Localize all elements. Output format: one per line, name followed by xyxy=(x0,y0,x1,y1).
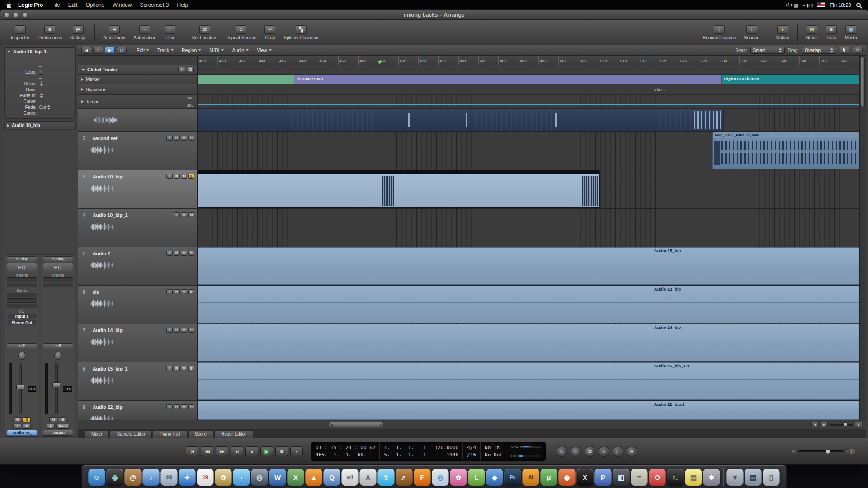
disclosure-triangle-icon[interactable] xyxy=(7,124,9,127)
dock-skype-icon[interactable]: S xyxy=(378,469,395,486)
horizontal-scrollbar[interactable]: ◀ ▶ ▲ xyxy=(78,420,866,429)
track-i-button[interactable]: I xyxy=(166,289,173,294)
dock-dashboard-icon[interactable]: ◉ xyxy=(107,469,123,486)
region-audio-14-bip[interactable]: Audio 14_bip xyxy=(198,324,859,361)
zoom-vertical-button[interactable]: ▲ xyxy=(855,422,862,427)
track-s-button[interactable]: S xyxy=(188,136,194,141)
track-lane-4[interactable] xyxy=(198,209,859,247)
input-button[interactable]: Input 1 xyxy=(7,314,37,319)
region-viki-jull-part-ii-new[interactable]: VIKI_JULL_PART II_new xyxy=(712,132,859,169)
track-i-button[interactable]: I xyxy=(166,328,173,333)
global-tracks-header[interactable]: Global Tracks + ⊞ xyxy=(78,65,197,75)
hierarchy-button[interactable]: H xyxy=(117,47,127,54)
dock-system-preferences-icon[interactable]: ✱ xyxy=(703,469,720,486)
arrange-menu-audio[interactable]: Audio xyxy=(228,47,253,53)
play-button[interactable]: ▶ xyxy=(260,446,273,456)
dock-opera-icon[interactable]: O xyxy=(649,469,666,486)
notes-button[interactable]: ▤Notes xyxy=(802,20,822,45)
region-audio-22-bip-1[interactable]: Audio 22_bip.1 xyxy=(198,401,859,420)
marker-lane[interactable]: its raine manrhytm is a dancer xyxy=(198,75,859,84)
track-lane-5[interactable]: Audio 15_bip xyxy=(198,247,859,286)
scroll-right-button[interactable]: ▶ xyxy=(821,422,828,427)
arrange-menu-midi[interactable]: MIDI xyxy=(205,47,228,53)
preferences-button[interactable]: ≡Preferences xyxy=(33,20,66,45)
repeat-section-button[interactable]: ↻Repeat Section xyxy=(222,20,260,45)
track-s-button[interactable]: S xyxy=(188,251,194,256)
dock-trash-icon[interactable]: ▯ xyxy=(763,469,780,486)
pan-knob[interactable] xyxy=(18,352,26,360)
vertical-scrollbar[interactable] xyxy=(859,56,866,420)
volume-fader[interactable] xyxy=(16,385,24,389)
dock-quicktime-icon[interactable]: Q xyxy=(324,469,340,486)
tab-score[interactable]: Score xyxy=(188,430,213,438)
zoom-slider[interactable] xyxy=(830,424,853,426)
param-row-fade-in[interactable]: Fade In: xyxy=(5,93,75,99)
transport-lcd[interactable]: 01 : 15 : 28 : 00.62 465. 1. 1. 60. 1. 1… xyxy=(311,442,546,461)
automation-button[interactable]: ~Automation xyxy=(129,20,160,45)
track-m-button[interactable]: M xyxy=(181,174,187,179)
arrange-menu-region[interactable]: Region xyxy=(178,47,205,53)
dock-stickies-icon[interactable]: ▤ xyxy=(685,469,702,486)
dock-safari-icon[interactable]: ✦ xyxy=(179,469,196,486)
tempo-curve[interactable] xyxy=(198,104,859,105)
dock-ical-icon[interactable]: 19 xyxy=(197,469,214,486)
dock-textedit-icon[interactable]: A xyxy=(360,469,377,486)
vertical-scrollbar-thumb[interactable] xyxy=(861,56,865,107)
plugin-slot[interactable] xyxy=(43,277,73,282)
time-machine-icon[interactable]: ↺ xyxy=(785,2,789,8)
loop-checkbox[interactable] xyxy=(39,70,43,75)
region-audio-13-bip[interactable]: Audio 13_bip xyxy=(198,286,859,323)
playhead-marker-icon[interactable] xyxy=(378,61,382,64)
menu-options[interactable]: Options xyxy=(81,2,108,8)
horizontal-scrollbar-thumb[interactable] xyxy=(329,422,384,427)
lists-button[interactable]: ≡Lists xyxy=(822,20,841,45)
menu-screenset-3[interactable]: Screenset 3 xyxy=(136,2,173,8)
stepper-icon[interactable] xyxy=(40,81,43,86)
setting-button[interactable]: Setting xyxy=(7,256,37,262)
track-header-9[interactable]: 9Audio 22_bipIRMS xyxy=(78,401,197,420)
disclosure-triangle-icon[interactable] xyxy=(7,51,11,53)
automation-mode-button[interactable]: Off xyxy=(7,343,37,349)
volume-fader[interactable] xyxy=(52,382,60,387)
autopunch-button[interactable]: ⊙ xyxy=(571,446,581,457)
region-parameter-header[interactable]: Audio 10_bip_1 xyxy=(5,48,75,56)
apple-menu-icon[interactable] xyxy=(5,1,11,8)
spotlight-icon[interactable] xyxy=(856,3,861,7)
tab-hyper-editor[interactable]: Hyper Editor xyxy=(214,430,253,438)
solo-button[interactable]: S xyxy=(599,446,609,457)
back-arrow-button[interactable]: ◀ xyxy=(81,47,91,54)
dock-photoshop-icon[interactable]: Ps xyxy=(505,469,521,486)
track-r-button[interactable]: R xyxy=(181,212,187,217)
tab-sample-editor[interactable]: Sample Editor xyxy=(110,430,152,438)
settings-button[interactable]: ▤Settings xyxy=(66,20,90,45)
disclosure-triangle-icon[interactable] xyxy=(81,100,84,103)
track-header-2[interactable]: 2second setIRMS xyxy=(78,132,197,170)
mute-button[interactable]: M xyxy=(49,417,57,422)
window-titlebar[interactable]: mixing backs – Arrange xyxy=(0,10,868,20)
lcd-tempo-section[interactable]: 120.0000 1940 xyxy=(430,442,463,460)
close-window-icon[interactable] xyxy=(4,12,9,18)
track-r-button[interactable]: R xyxy=(174,174,180,179)
eq-button[interactable]: EQ xyxy=(43,263,73,272)
dock-garageband-icon[interactable]: ♬ xyxy=(396,469,413,486)
track-lane-2[interactable]: VIKI_JULL_PART II_new xyxy=(198,132,859,170)
track-header-8[interactable]: 8Audio 15_bip_1IRMS xyxy=(78,362,197,401)
track-m-button[interactable]: M xyxy=(181,328,187,333)
track-i-button[interactable]: I xyxy=(166,366,173,371)
track-m-button[interactable]: M xyxy=(181,366,187,371)
dock-pink-app-icon[interactable]: ✿ xyxy=(450,469,467,486)
menu-help[interactable]: Help xyxy=(173,2,192,8)
lcd-signature-section[interactable]: 4/4 /16 xyxy=(463,442,481,460)
dock-address-book-icon[interactable]: @ xyxy=(125,469,142,486)
track-m-button[interactable]: M xyxy=(181,251,187,256)
lcd-position-section[interactable]: 01 : 15 : 28 : 00.62 465. 1. 1. 60. xyxy=(311,442,380,460)
track-s-button[interactable]: S xyxy=(188,174,194,179)
plugin-slot[interactable] xyxy=(7,298,37,303)
track-m-button[interactable]: M xyxy=(181,136,187,141)
arrange-menu-view[interactable]: View xyxy=(253,47,276,53)
track-lane-1[interactable] xyxy=(198,109,859,132)
region-audio-15-bip[interactable]: Audio 15_bip xyxy=(198,247,859,285)
auto-zoom-button[interactable]: ⊕Auto Zoom xyxy=(99,20,129,45)
dock-pandora-icon[interactable]: P xyxy=(595,469,612,486)
add-global-track-button[interactable]: + xyxy=(178,67,185,72)
